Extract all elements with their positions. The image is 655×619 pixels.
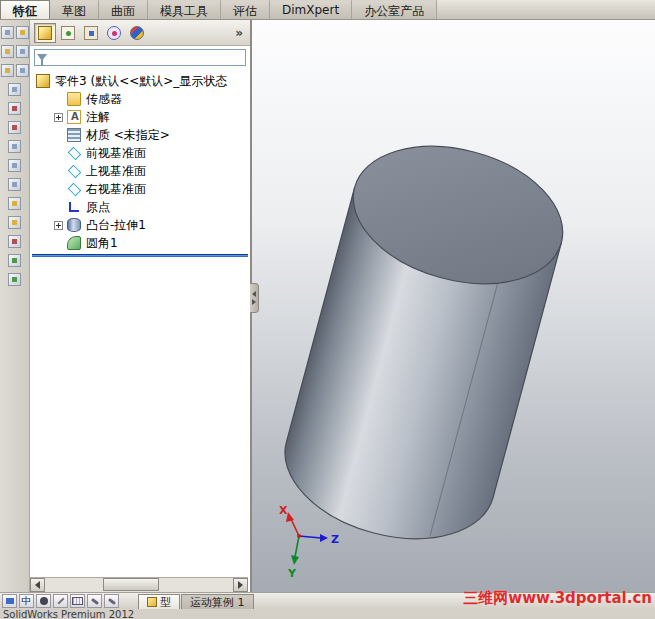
featuremanager-panel: » 零件3 (默认<<默认>_显示状态 传感器 注解 <box>30 20 252 592</box>
featuremanager-header: » <box>30 20 250 46</box>
ime-fullwidth-icon[interactable] <box>36 594 51 608</box>
ime-keyboard-icon[interactable] <box>70 594 85 608</box>
panel-horizontal-scrollbar[interactable] <box>30 577 248 592</box>
motion-study-tab[interactable]: 运动算例 1 <box>181 594 254 609</box>
tab-office-products[interactable]: 办公室产品 <box>352 0 437 19</box>
sensors-icon <box>67 92 81 106</box>
left-arrow-icon <box>35 581 40 589</box>
app-footer: SolidWorks Premium 2012 <box>0 609 655 619</box>
expand-right-icon <box>252 299 256 305</box>
toolbar-button[interactable] <box>8 102 21 115</box>
tree-item-right-plane[interactable]: 右视基准面 <box>30 180 250 198</box>
panel-splitter-handle[interactable] <box>250 283 259 313</box>
cylinder-model <box>269 125 578 561</box>
scroll-left-button[interactable] <box>30 578 45 592</box>
toolbar-button[interactable] <box>1 64 14 77</box>
panel-overflow-chevron[interactable]: » <box>232 26 246 40</box>
tree-root[interactable]: 零件3 (默认<<默认>_显示状态 <box>30 72 250 90</box>
ime-options-icon[interactable] <box>104 594 119 608</box>
model-tab-icon <box>147 597 157 607</box>
feature-tree: 零件3 (默认<<默认>_显示状态 传感器 注解 材质 <未指定> 前视基准面 <box>30 69 250 257</box>
tab-evaluate[interactable]: 评估 <box>221 0 270 19</box>
filter-funnel-icon <box>37 54 47 61</box>
toolbar-button[interactable] <box>8 121 21 134</box>
tree-item-label: 原点 <box>86 199 110 216</box>
tree-item-fillet[interactable]: 圆角1 <box>30 234 250 252</box>
propertymanager-tab-button[interactable] <box>57 23 79 43</box>
toolbar-button[interactable] <box>8 273 21 286</box>
top-plane-icon <box>67 164 81 178</box>
toolbar-button[interactable] <box>16 45 29 58</box>
left-toolbar <box>0 20 30 592</box>
collapse-left-icon <box>252 291 256 297</box>
expand-toggle[interactable] <box>54 221 63 230</box>
toolbar-button[interactable] <box>16 64 29 77</box>
app-footer-label: SolidWorks Premium 2012 <box>3 609 134 619</box>
dimxpertmanager-icon <box>107 26 121 40</box>
front-plane-icon <box>67 146 81 160</box>
graphics-viewport[interactable]: X Z Y <box>252 20 655 592</box>
configurationmanager-tab-button[interactable] <box>80 23 102 43</box>
ime-tools-icon[interactable] <box>87 594 102 608</box>
tab-features[interactable]: 特征 <box>0 0 50 19</box>
filter-input[interactable] <box>50 51 245 65</box>
tree-item-origin[interactable]: 原点 <box>30 198 250 216</box>
tree-item-label: 凸台-拉伸1 <box>86 217 146 234</box>
right-plane-icon <box>67 182 81 196</box>
boss-extrude-icon <box>67 218 81 232</box>
solidworks-window: 特征 草图 曲面 模具工具 评估 DimXpert 办公室产品 » <box>0 0 655 619</box>
toolbar-button[interactable] <box>8 197 21 210</box>
tree-item-label: 右视基准面 <box>86 181 146 198</box>
toolbar-button[interactable] <box>8 235 21 248</box>
tree-item-annotations[interactable]: 注解 <box>30 108 250 126</box>
tab-sketch[interactable]: 草图 <box>50 0 99 19</box>
filter-row <box>30 46 250 69</box>
tab-dimxpert[interactable]: DimXpert <box>270 0 352 19</box>
toolbar-button[interactable] <box>8 216 21 229</box>
tree-item-label: 传感器 <box>86 91 122 108</box>
triad-y-label: Y <box>287 567 297 580</box>
triad-x-label: X <box>279 504 288 517</box>
commandmanager-tabbar: 特征 草图 曲面 模具工具 评估 DimXpert 办公室产品 <box>0 0 655 20</box>
tree-item-material[interactable]: 材质 <未指定> <box>30 126 250 144</box>
ime-language-bar: 中 <box>2 594 119 608</box>
scrollbar-thumb[interactable] <box>103 578 159 591</box>
toolbar-button[interactable] <box>16 26 29 39</box>
ime-pen-icon[interactable] <box>53 594 68 608</box>
toolbar-button[interactable] <box>8 254 21 267</box>
tree-root-label: 零件3 (默认<<默认>_显示状态 <box>55 73 227 90</box>
tab-mold-tools[interactable]: 模具工具 <box>148 0 221 19</box>
expand-toggle[interactable] <box>54 113 63 122</box>
tree-item-label: 注解 <box>86 109 110 126</box>
part-icon <box>36 74 50 88</box>
tree-item-boss-extrude[interactable]: 凸台-拉伸1 <box>30 216 250 234</box>
ime-chinese-icon[interactable]: 中 <box>19 594 34 608</box>
displaymanager-tab-button[interactable] <box>126 23 148 43</box>
scroll-right-button[interactable] <box>233 578 248 592</box>
tree-item-label: 上视基准面 <box>86 163 146 180</box>
toolbar-button[interactable] <box>8 159 21 172</box>
tree-item-sensors[interactable]: 传感器 <box>30 90 250 108</box>
tree-item-label: 圆角1 <box>86 235 118 252</box>
tree-item-top-plane[interactable]: 上视基准面 <box>30 162 250 180</box>
viewport-canvas[interactable]: X Z Y <box>252 20 655 592</box>
origin-icon <box>67 200 81 214</box>
toolbar-button[interactable] <box>1 26 14 39</box>
dimxpertmanager-tab-button[interactable] <box>103 23 125 43</box>
toolbar-button[interactable] <box>8 178 21 191</box>
model-motion-tabs: 型 运动算例 1 <box>138 594 254 609</box>
model-tab[interactable]: 型 <box>138 594 180 609</box>
tree-item-label: 前视基准面 <box>86 145 146 162</box>
scrollbar-track[interactable] <box>45 578 233 592</box>
toolbar-button[interactable] <box>1 45 14 58</box>
tab-surfaces[interactable]: 曲面 <box>99 0 148 19</box>
watermark-text: 三维网www.3dportal.cn <box>463 589 652 608</box>
rollback-bar[interactable] <box>32 254 248 257</box>
material-icon <box>67 128 81 142</box>
tree-item-front-plane[interactable]: 前视基准面 <box>30 144 250 162</box>
toolbar-button[interactable] <box>8 83 21 96</box>
toolbar-button[interactable] <box>8 140 21 153</box>
propertymanager-icon <box>61 26 75 40</box>
ime-language-icon[interactable] <box>2 594 17 608</box>
featuremanager-tab-button[interactable] <box>34 23 56 43</box>
